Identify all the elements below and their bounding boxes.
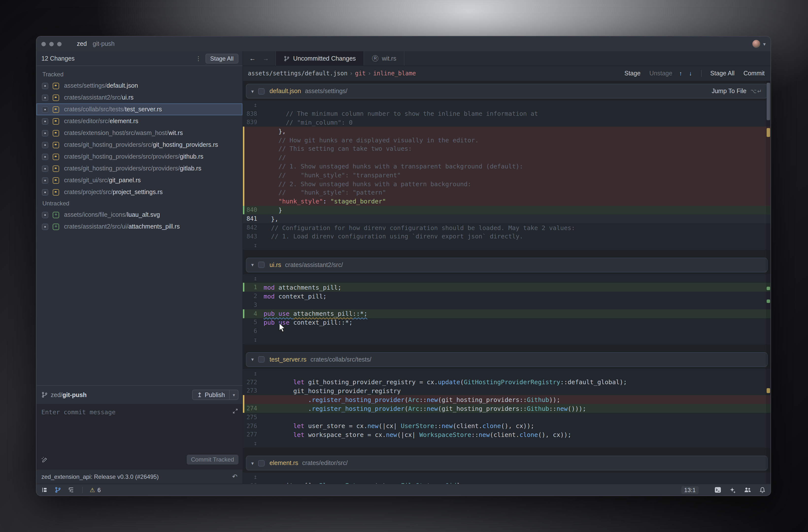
code-text: // 1. Show unstaged hunks with a transpa… bbox=[263, 163, 523, 170]
stage-file-checkbox[interactable] bbox=[258, 460, 264, 466]
file-section-header[interactable]: ▾test_server.rscrates/collab/src/tests/ bbox=[246, 352, 768, 367]
stage-checkbox[interactable] bbox=[42, 118, 48, 124]
user-avatar[interactable] bbox=[752, 40, 760, 48]
file-dir: crates/editor/src/ bbox=[64, 118, 110, 125]
stage-checkbox[interactable] bbox=[42, 165, 48, 172]
assistant-sparkle-icon[interactable] bbox=[729, 487, 736, 493]
file-row[interactable]: crates/collab/src/tests/test_server.rs bbox=[36, 104, 242, 115]
status-bar: ⚠ 6 13:1 bbox=[36, 484, 771, 496]
stage-file-checkbox[interactable] bbox=[258, 356, 264, 363]
code-text: pub use attachments_pill::*; bbox=[263, 310, 368, 317]
stage-checkbox[interactable] bbox=[42, 142, 48, 148]
expand-hunk-control[interactable]: ↧ bbox=[243, 241, 771, 250]
tab-wit-rs[interactable]: Rwit.rs bbox=[364, 51, 404, 66]
tab-uncommitted-changes[interactable]: Uncommitted Changes bbox=[276, 51, 364, 66]
stage-checkbox[interactable] bbox=[42, 189, 48, 195]
stage-checkbox[interactable] bbox=[42, 177, 48, 183]
zoom-button[interactable] bbox=[57, 42, 61, 46]
file-row[interactable]: assets/settings/default.json bbox=[36, 80, 242, 92]
code-line: 273 git_hosting_provider_registry bbox=[243, 386, 771, 395]
file-section-header[interactable]: ▾element.rscrates/editor/src/ bbox=[246, 456, 768, 471]
file-row[interactable]: +assets/icons/file_icons/luau_alt.svg bbox=[36, 209, 242, 221]
stage-checkbox[interactable] bbox=[42, 94, 48, 101]
publish-options-chevron[interactable]: ▾ bbox=[230, 390, 238, 400]
outline-panel-icon[interactable] bbox=[68, 487, 74, 493]
file-row[interactable]: crates/editor/src/element.rs bbox=[36, 115, 242, 127]
modified-status-icon bbox=[53, 142, 59, 148]
stage-checkbox[interactable] bbox=[42, 223, 48, 230]
warning-count[interactable]: 6 bbox=[97, 487, 101, 493]
expand-hunk-control[interactable]: ↥ bbox=[243, 100, 771, 109]
expand-hunk-control[interactable]: ↧ bbox=[243, 335, 771, 344]
code-line: 3 bbox=[243, 300, 771, 309]
expand-commit-editor-icon[interactable] bbox=[233, 408, 238, 414]
minimize-button[interactable] bbox=[49, 42, 54, 46]
commit-toolbar-button[interactable]: Commit bbox=[743, 70, 765, 77]
terminal-icon[interactable] bbox=[714, 487, 721, 493]
stage-all-button[interactable]: Stage All bbox=[205, 53, 238, 63]
commit-editor[interactable]: Enter commit message Commit bbox=[36, 404, 242, 469]
line-number: 272 bbox=[243, 379, 263, 385]
mouse-cursor bbox=[279, 323, 286, 333]
modified-status-icon bbox=[53, 153, 59, 160]
collaboration-icon[interactable] bbox=[744, 487, 751, 493]
file-section-header[interactable]: ▾default.jsonassets/settings/Jump To Fil… bbox=[246, 84, 768, 98]
code-text: // "hunk_style": "transparent" bbox=[263, 171, 401, 179]
file-row[interactable]: crates/git_hosting_providers/src/git_hos… bbox=[36, 139, 242, 151]
close-button[interactable] bbox=[41, 42, 46, 46]
file-row[interactable]: crates/git_ui/src/git_panel.rs bbox=[36, 175, 242, 186]
generate-commit-message-icon[interactable] bbox=[41, 456, 48, 463]
commit-tracked-button[interactable]: Commit Tracked bbox=[186, 455, 238, 464]
undo-commit-icon[interactable]: ↶ bbox=[232, 473, 237, 480]
breadcrumb[interactable]: assets/settings/default.json›git›inline_… bbox=[248, 70, 416, 77]
stage-checkbox[interactable] bbox=[42, 106, 48, 113]
file-row[interactable]: crates/git_hosting_providers/src/provide… bbox=[36, 151, 242, 163]
code-text: .register_hosting_provider(Arc::new(git_… bbox=[263, 396, 560, 403]
notifications-bell-icon[interactable] bbox=[759, 487, 766, 493]
file-row[interactable]: crates/extension_host/src/wasm_host/wit.… bbox=[36, 127, 242, 139]
modified-status-icon bbox=[53, 94, 59, 101]
chevron-down-icon[interactable]: ▾ bbox=[251, 88, 254, 94]
stage-all-toolbar-button[interactable]: Stage All bbox=[710, 70, 735, 77]
unstage-button[interactable]: Unstage bbox=[649, 70, 672, 77]
stage-checkbox[interactable] bbox=[42, 130, 48, 136]
chevron-down-icon[interactable]: ▾ bbox=[251, 357, 254, 362]
code-text: let user_store = cx.new(|cx| UserStore::… bbox=[263, 422, 534, 429]
navigate-back-button[interactable]: ← bbox=[246, 55, 259, 62]
file-row[interactable]: crates/assistant2/src/ui.rs bbox=[36, 92, 242, 104]
publish-button[interactable]: ↥Publish ▾ bbox=[192, 390, 238, 400]
commit-message-input[interactable]: Enter commit message bbox=[36, 404, 242, 453]
file-dir: crates/assistant2/src/ bbox=[64, 94, 122, 101]
file-section-header[interactable]: ▾ui.rscrates/assistant2/src/ bbox=[246, 257, 768, 272]
scrollbar[interactable] bbox=[766, 81, 771, 484]
warning-icon[interactable]: ⚠ bbox=[90, 487, 95, 493]
overflow-menu-icon[interactable]: ⋮ bbox=[191, 55, 205, 62]
file-row[interactable]: crates/project/src/project_settings.rs bbox=[36, 186, 242, 198]
stage-button[interactable]: Stage bbox=[624, 70, 641, 77]
navigate-forward-button[interactable]: → bbox=[259, 55, 273, 62]
repo-name[interactable]: zed/ bbox=[51, 391, 62, 398]
chevron-down-icon[interactable]: ▾ bbox=[251, 262, 254, 268]
prev-hunk-button[interactable]: ↑ bbox=[679, 70, 682, 77]
stage-file-checkbox[interactable] bbox=[258, 88, 264, 94]
stage-checkbox[interactable] bbox=[42, 82, 48, 89]
expand-hunk-control[interactable]: ↥ bbox=[243, 472, 771, 481]
stage-file-checkbox[interactable] bbox=[258, 261, 264, 268]
branch-name[interactable]: git-push bbox=[62, 391, 87, 398]
diff-indicator-bar bbox=[243, 153, 244, 162]
file-row[interactable]: crates/git_hosting_providers/src/provide… bbox=[36, 163, 242, 175]
expand-hunk-control[interactable]: ↥ bbox=[243, 274, 771, 283]
chevron-down-icon[interactable]: ▾ bbox=[763, 41, 766, 47]
stage-checkbox[interactable] bbox=[42, 212, 48, 218]
expand-hunk-control[interactable]: ↧ bbox=[243, 439, 771, 448]
jump-to-file-button[interactable]: Jump To File bbox=[712, 88, 747, 95]
file-row[interactable]: +crates/assistant2/src/ui/attachments_pi… bbox=[36, 221, 242, 233]
chevron-down-icon[interactable]: ▾ bbox=[251, 460, 254, 466]
expand-hunk-control[interactable]: ↥ bbox=[243, 369, 771, 378]
next-hunk-button[interactable]: ↓ bbox=[689, 70, 692, 77]
git-panel-icon[interactable] bbox=[55, 487, 61, 493]
stage-checkbox[interactable] bbox=[42, 153, 48, 160]
cursor-position[interactable]: 13:1 bbox=[681, 486, 699, 494]
project-panel-icon[interactable] bbox=[41, 487, 48, 493]
branch-row: zed/git-push ↥Publish ▾ bbox=[36, 385, 242, 404]
